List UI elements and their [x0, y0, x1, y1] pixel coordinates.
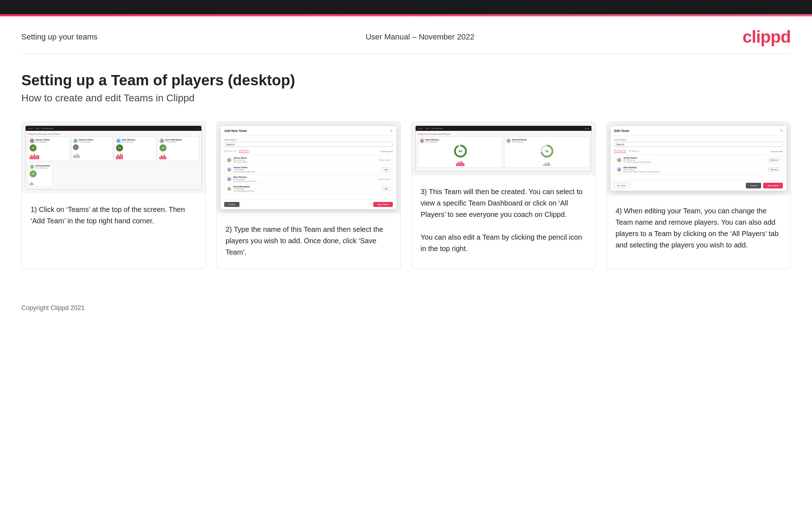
edit-team-dialog-header: Edit Team ✕ [611, 126, 786, 136]
bar-4-1 [159, 157, 160, 159]
remove-player-bm-button[interactable]: Remove [768, 167, 780, 172]
player-detail-1: Plus Handicap [36, 141, 50, 143]
player-detail-db2: The Gog Magog Golf Club [233, 190, 380, 192]
player-detail-3: Plus Handicap [122, 141, 135, 143]
top-bar [0, 0, 812, 14]
bar-4 [34, 154, 35, 159]
player-status-bm: Player Added [379, 178, 390, 180]
tab-all-players[interactable]: All Players [239, 150, 249, 153]
avatar-2: 👤 [73, 138, 78, 143]
card-1-players-row1: 👤 Adrian Collins Plus Handicap 84 [28, 137, 199, 161]
delete-label: Delete [621, 185, 626, 187]
cancel-button[interactable]: Cancel [224, 202, 239, 207]
remove-player-ap-button[interactable]: Remove [768, 158, 780, 162]
player-avatar-db: 👤 [227, 186, 232, 191]
c3b3 [459, 163, 460, 166]
edit-cancel-button[interactable]: Cancel [746, 183, 761, 188]
card-3-text: 3) This Team will then be created. You c… [412, 175, 595, 268]
bar-3-2 [117, 154, 118, 159]
c3b11 [549, 163, 550, 166]
card3-chart-1 [420, 159, 501, 166]
bar-5-1 [30, 183, 31, 185]
c3b5 [462, 162, 463, 166]
bar-5-2 [31, 182, 32, 185]
bar-chart-2 [73, 151, 111, 158]
mock-player-card-1: 👤 Adrian Collins Plus Handicap 84 [28, 137, 70, 161]
card-3-body: Finding 8 out of 8 players from All Play… [416, 131, 591, 171]
mock-player-card-2: 👤 Adrian Collins Plus Handicap 0 [71, 137, 113, 161]
team-name-input[interactable]: Team A [224, 142, 393, 147]
edit-team-dialog-title: Edit Team [614, 129, 629, 133]
edit-player-detail-bm2: Royal North Devon Golf Club, United King… [623, 171, 766, 173]
edit-filter-by-name: □ Filter by name [770, 150, 783, 153]
edit-tab-all-players[interactable]: All Players [629, 150, 639, 153]
bar-5-3 [32, 183, 33, 185]
footer: Copyright Clippd 2021 [0, 297, 812, 319]
card-3-text-p1: 3) This Team will then be created. You c… [421, 186, 586, 220]
list-item: 👤 Adrian Player Plus Handicap The Shire … [615, 155, 782, 165]
add-team-close-icon[interactable]: ✕ [390, 129, 393, 133]
bar-1 [30, 156, 31, 159]
list-item: 👤 Dave Billingham 1-5 Handicap The Gog M… [225, 184, 392, 193]
bar-4-2 [161, 155, 162, 159]
bar-chart-5 [30, 178, 51, 185]
edit-filter-checkbox[interactable]: □ [770, 150, 771, 153]
edit-save-team-button[interactable]: Save Team [763, 183, 783, 188]
header: Setting up your teams User Manual – Nove… [0, 16, 812, 54]
c3b4 [460, 161, 462, 166]
tab-my-team[interactable]: My Team (2) [224, 150, 236, 153]
c3b1 [456, 164, 457, 166]
logo: clippd [743, 27, 791, 47]
c3b10 [548, 162, 549, 166]
card-4: Edit Team ✕ Team Name * Team A My Team (… [606, 122, 791, 269]
edit-team-dialog: Edit Team ✕ Team Name * Team A My Team (… [610, 126, 787, 191]
bar-3-4 [120, 154, 121, 159]
pdetail-3-1: Plus Handicap [426, 141, 439, 143]
card-3-label: Finding 8 out of 8 players from All Play… [418, 133, 589, 135]
add-player-db-button[interactable]: Add [382, 187, 390, 191]
bar-2-3 [76, 155, 77, 158]
cards-row: clippd Home My Performance ▼ Finding 8 o… [21, 122, 791, 269]
player-detail-ap2: The Shire London [233, 161, 377, 163]
player-list: 👤 Adrian Player Plus Handicap The Shire … [224, 155, 393, 194]
bar-chart-1 [30, 152, 68, 159]
mock-nav-teams: My Performance [42, 128, 53, 129]
page-title: Setting up a Team of players (desktop) [21, 72, 791, 89]
avatar-3: 👤 [116, 138, 121, 143]
main-content: Setting up a Team of players (desktop) H… [0, 54, 812, 297]
edit-team-close-icon[interactable]: ✕ [780, 129, 783, 133]
bar-6 [37, 155, 38, 159]
score-badge-84: 84 [30, 144, 37, 151]
mock-player-card-3: 👤 Blair McHarg Plus Handicap 94 [114, 137, 156, 161]
add-team-tabs: My Team (2) All Players □ Filter by name [224, 150, 393, 153]
bar-2-2 [74, 154, 75, 158]
add-player-ac-button[interactable]: Add [382, 167, 390, 172]
edit-player-info-bm: Blair McHarg Plus Handicap Royal North D… [623, 166, 766, 173]
c3b6 [463, 163, 464, 166]
edit-team-name-input[interactable]: Team A [614, 142, 783, 147]
big-score-72: 72 [542, 146, 552, 156]
player-info-db: Dave Billingham 1-5 Handicap The Gog Mag… [233, 186, 380, 192]
bar-3-1 [116, 156, 117, 159]
list-item: 👤 Blair McHarg Plus Handicap Royal North… [225, 175, 392, 184]
score-badge-94: 94 [116, 144, 123, 151]
mock-nav-home: Home [35, 128, 39, 129]
filter-checkbox[interactable]: □ [380, 150, 381, 153]
mock-3-perf: My Performance [432, 128, 443, 129]
bar-chart-3 [116, 152, 154, 159]
player-detail-ac2: Central London Golf Centre [233, 171, 380, 173]
edit-player-list: 👤 Adrian Player Plus Handicap The Shire … [614, 155, 783, 175]
card-3-player-1: 👤 Blair McHarg Plus Handicap 94 [418, 137, 503, 168]
big-score-94: 94 [456, 146, 465, 156]
card-1-bottom-player: 👤 Richard Butler Plus Handicap 72 [28, 162, 53, 187]
delete-team-button[interactable]: 🗑 Delete [614, 183, 629, 188]
save-team-button[interactable]: Save Team [373, 202, 393, 207]
bar-chart-4 [159, 152, 198, 159]
card-4-text: 4) When editing your Team, you can chang… [607, 194, 790, 268]
player-detail-4: 1-5 Handicap [165, 141, 182, 143]
edit-avatar-bm: 👤 [617, 167, 622, 172]
trash-icon: 🗑 [617, 185, 619, 187]
edit-tab-my-team[interactable]: My Team (2) [614, 150, 626, 153]
avatar-3-2: 👤 [506, 138, 511, 143]
c3b8 [545, 163, 546, 166]
